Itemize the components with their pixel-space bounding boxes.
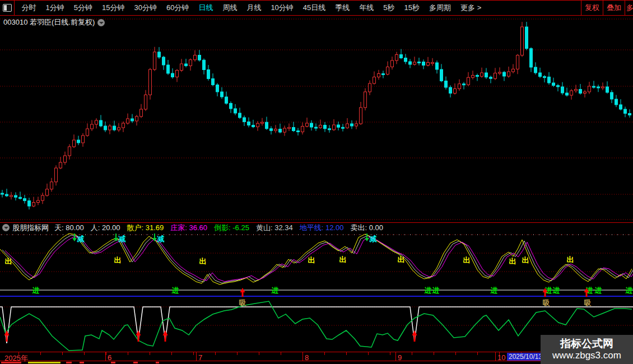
toolbar-item-45日线[interactable]: 45日线: [298, 3, 330, 13]
axis-minor-tick: [412, 352, 412, 355]
axis-minor-tick: [106, 352, 106, 355]
axis-month-label: 8: [305, 353, 309, 362]
indicator-header: 股朋指标网 天: 80.00人: 20.00散户: 31.69庄家: 36.60…: [0, 223, 633, 232]
axis-minor-tick: [281, 352, 281, 355]
stock-title-row: 003010 若羽臣(日线.前复权): [3, 17, 105, 27]
sell-marker-label: 出: [398, 255, 405, 264]
indicator-field-地平线: 地平线: 12.00: [300, 223, 344, 232]
indicator-field-天: 天: 80.00: [54, 223, 84, 232]
axis-minor-tick: [259, 352, 259, 355]
watermark-url: www.zbgs3.com: [552, 350, 621, 361]
reduce-marker-label: 减: [369, 235, 377, 243]
toolbar-item-年线[interactable]: 年线: [355, 3, 379, 13]
indicator-chart[interactable]: 出出出出出出出出出出进进进进进进进进进进进减减减减: [0, 232, 633, 297]
absorb-marker-label: 吸: [543, 298, 551, 307]
enter-marker-label: 进: [432, 286, 440, 295]
toolbar-item-多周期[interactable]: 多周期: [425, 3, 456, 13]
axis-minor-tick: [171, 352, 172, 355]
toolbar-item-5秒[interactable]: 5秒: [379, 3, 399, 13]
toolbar-item-月线[interactable]: 月线: [242, 3, 266, 13]
toolbar-item-15分钟[interactable]: 15分钟: [97, 3, 129, 13]
reduce-marker-label: 减: [118, 235, 126, 243]
axis-minor-tick: [346, 352, 347, 355]
toolbar-item-1分钟[interactable]: 1分钟: [41, 3, 69, 13]
axis-minor-tick: [62, 352, 63, 355]
sell-marker-label: 出: [522, 256, 529, 264]
toolbar-item-分时[interactable]: 分时: [17, 3, 41, 13]
toolbar-item-季线[interactable]: 季线: [331, 3, 355, 13]
enter-marker-label: 进: [490, 286, 498, 295]
clipped-text-fragment: [80, 362, 84, 363]
toolbar-item-周线[interactable]: 周线: [218, 3, 242, 13]
toolbar-item-5分钟[interactable]: 5分钟: [69, 3, 97, 13]
axis-minor-tick: [150, 352, 150, 355]
period-toolbar: 分时1分钟5分钟15分钟30分钟60分钟日线周线月线10分钟45日线季线年线5秒…: [0, 0, 633, 16]
absorb-marker-label: 吸: [584, 298, 592, 307]
watermark: 指标公式网 www.zbgs3.com: [541, 335, 633, 364]
clipped-text-fragment: [156, 362, 159, 363]
toolbar-item-10分钟[interactable]: 10分钟: [266, 3, 298, 13]
axis-month-tick: [196, 352, 197, 361]
toolbar-button-叠加[interactable]: 叠加: [603, 1, 625, 15]
indicator-dropdown-chevron-icon[interactable]: [2, 224, 10, 231]
indicator-values: 天: 80.00人: 20.00散户: 31.69庄家: 36.60倒影: -6…: [54, 222, 390, 233]
axis-minor-tick: [477, 352, 478, 355]
indicator-field-人: 人: 20.00: [91, 223, 120, 232]
enter-marker-label: 进: [625, 286, 633, 295]
axis-month-tick: [302, 352, 303, 361]
buy-arrow-icon: [163, 330, 168, 335]
axis-minor-tick: [215, 352, 216, 355]
toolbar-item-30分钟[interactable]: 30分钟: [129, 3, 161, 13]
toolbar-item-60分钟[interactable]: 60分钟: [161, 3, 193, 13]
sell-marker-label: 出: [114, 256, 122, 264]
axis-month-tick: [105, 352, 106, 361]
sell-marker-label: 出: [5, 257, 12, 265]
toolbar-button-复权[interactable]: 复权: [581, 1, 603, 15]
axis-minor-tick: [434, 352, 434, 355]
reduce-marker-label: 减: [77, 235, 85, 243]
clipped-text-fragment: [133, 362, 138, 363]
indicator-field-黄山: 黄山: 32.34: [256, 223, 293, 232]
indicator-field-散户: 散户: 31.69: [127, 223, 164, 232]
enter-marker-label: 进: [271, 286, 279, 295]
enter-marker-label: 进: [171, 286, 179, 295]
sell-marker-label: 出: [308, 256, 315, 264]
axis-minor-tick: [237, 352, 238, 355]
axis-month-label: 10: [497, 353, 505, 362]
layout-switch-button[interactable]: [0, 1, 15, 15]
enter-marker-label: 进: [594, 286, 602, 295]
candlestick-chart[interactable]: [0, 16, 633, 222]
sell-marker-label: 出: [339, 255, 347, 264]
axis-month-label: 7: [198, 353, 202, 362]
enter-marker-label: 进: [32, 286, 40, 295]
toolbar-button-多[interactable]: 多: [625, 1, 633, 15]
axis-minor-tick: [324, 352, 325, 355]
axis-minor-tick: [18, 352, 19, 355]
clipped-text-fragment: [111, 362, 115, 363]
axis-month-tick: [495, 352, 496, 361]
toolbar-item-更多 >[interactable]: 更多 >: [456, 3, 486, 13]
axis-minor-tick: [128, 352, 128, 355]
watermark-title: 指标公式网: [560, 338, 613, 350]
date-axis[interactable]: 2025年 6789102025/10/13/-: [0, 352, 633, 361]
trading-app-window: 分时1分钟5分钟15分钟30分钟60分钟日线周线月线10分钟45日线季线年线5秒…: [0, 0, 633, 364]
axis-minor-tick: [193, 352, 194, 355]
axis-minor-tick: [455, 352, 456, 355]
clipped-text-fragment: [66, 362, 72, 363]
axis-minor-tick: [390, 352, 390, 355]
period-tabs: 分时1分钟5分钟15分钟30分钟60分钟日线周线月线10分钟45日线季线年线5秒…: [17, 1, 581, 15]
enter-marker-label: 进: [552, 286, 560, 295]
indicator-field-卖出: 卖出: 0.00: [350, 223, 383, 232]
enter-marker-label: 进: [424, 286, 432, 295]
toolbar-item-日线[interactable]: 日线: [194, 3, 218, 13]
stock-title: 003010 若羽臣(日线.前复权): [3, 17, 95, 27]
indicator-field-倒影: 倒影: -6.25: [214, 223, 249, 232]
reduce-marker-label: 减: [157, 235, 165, 243]
buy-arrow-icon: [136, 330, 141, 335]
axis-month-label: 9: [398, 353, 402, 362]
lower-indicator-chart[interactable]: 吸吸吸: [0, 297, 633, 352]
indicator-field-庄家: 庄家: 36.60: [170, 223, 207, 232]
toolbar-item-15秒[interactable]: 15秒: [399, 3, 424, 13]
clipped-status-row: [0, 362, 633, 364]
title-dropdown-chevron-icon[interactable]: [97, 19, 105, 26]
